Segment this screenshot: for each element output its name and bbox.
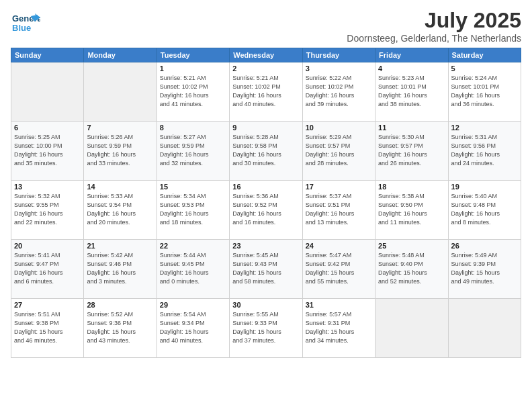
day-info: Sunrise: 5:25 AM Sunset: 10:00 PM Daylig… bbox=[14, 133, 81, 168]
header-wednesday: Wednesday bbox=[230, 48, 302, 62]
table-row: 17Sunrise: 5:37 AM Sunset: 9:51 PM Dayli… bbox=[302, 181, 375, 240]
day-number: 23 bbox=[232, 242, 299, 250]
day-number: 10 bbox=[306, 124, 372, 132]
table-row: 26Sunrise: 5:49 AM Sunset: 9:39 PM Dayli… bbox=[448, 240, 521, 299]
day-number: 14 bbox=[87, 183, 153, 191]
day-info: Sunrise: 5:24 AM Sunset: 10:01 PM Daylig… bbox=[451, 74, 518, 109]
day-number: 25 bbox=[378, 242, 445, 250]
table-row: 1Sunrise: 5:21 AM Sunset: 10:02 PM Dayli… bbox=[157, 62, 229, 122]
table-row: 27Sunrise: 5:51 AM Sunset: 9:38 PM Dayli… bbox=[11, 299, 84, 358]
day-number: 9 bbox=[232, 124, 299, 132]
table-row: 21Sunrise: 5:42 AM Sunset: 9:46 PM Dayli… bbox=[84, 240, 157, 299]
day-number: 21 bbox=[87, 242, 153, 250]
table-row: 25Sunrise: 5:48 AM Sunset: 9:40 PM Dayli… bbox=[375, 240, 448, 299]
table-row: 14Sunrise: 5:33 AM Sunset: 9:54 PM Dayli… bbox=[84, 181, 157, 240]
weekday-header-row: Sunday Monday Tuesday Wednesday Thursday… bbox=[11, 48, 521, 62]
calendar-page: General Blue July 2025 Doornsteeg, Gelde… bbox=[0, 0, 532, 411]
day-info: Sunrise: 5:34 AM Sunset: 9:53 PM Dayligh… bbox=[160, 192, 226, 227]
day-number: 8 bbox=[160, 124, 226, 132]
day-info: Sunrise: 5:57 AM Sunset: 9:31 PM Dayligh… bbox=[306, 310, 372, 345]
day-number: 16 bbox=[232, 183, 299, 191]
calendar-week-row: 6Sunrise: 5:25 AM Sunset: 10:00 PM Dayli… bbox=[11, 122, 521, 181]
table-row: 4Sunrise: 5:23 AM Sunset: 10:01 PM Dayli… bbox=[375, 62, 448, 122]
header-friday: Friday bbox=[375, 48, 448, 62]
day-info: Sunrise: 5:28 AM Sunset: 9:58 PM Dayligh… bbox=[232, 133, 299, 168]
day-number: 18 bbox=[378, 183, 445, 191]
month-year-title: July 2025 bbox=[347, 8, 521, 33]
day-info: Sunrise: 5:44 AM Sunset: 9:45 PM Dayligh… bbox=[160, 251, 226, 286]
day-number: 30 bbox=[232, 301, 299, 309]
table-row: 15Sunrise: 5:34 AM Sunset: 9:53 PM Dayli… bbox=[157, 181, 229, 240]
day-info: Sunrise: 5:32 AM Sunset: 9:55 PM Dayligh… bbox=[14, 192, 81, 227]
svg-text:Blue: Blue bbox=[12, 23, 31, 33]
day-number: 24 bbox=[306, 242, 372, 250]
table-row: 18Sunrise: 5:38 AM Sunset: 9:50 PM Dayli… bbox=[375, 181, 448, 240]
day-number: 7 bbox=[87, 124, 153, 132]
day-info: Sunrise: 5:36 AM Sunset: 9:52 PM Dayligh… bbox=[232, 192, 299, 227]
day-info: Sunrise: 5:37 AM Sunset: 9:51 PM Dayligh… bbox=[306, 192, 372, 227]
table-row: 29Sunrise: 5:54 AM Sunset: 9:34 PM Dayli… bbox=[157, 299, 229, 358]
day-info: Sunrise: 5:38 AM Sunset: 9:50 PM Dayligh… bbox=[378, 192, 445, 227]
table-row bbox=[448, 299, 521, 358]
table-row: 31Sunrise: 5:57 AM Sunset: 9:31 PM Dayli… bbox=[302, 299, 375, 358]
day-info: Sunrise: 5:21 AM Sunset: 10:02 PM Daylig… bbox=[232, 74, 299, 109]
day-number: 11 bbox=[378, 124, 445, 132]
header-monday: Monday bbox=[84, 48, 157, 62]
day-info: Sunrise: 5:49 AM Sunset: 9:39 PM Dayligh… bbox=[451, 251, 518, 286]
calendar-week-row: 27Sunrise: 5:51 AM Sunset: 9:38 PM Dayli… bbox=[11, 299, 521, 358]
header-sunday: Sunday bbox=[11, 48, 84, 62]
day-number: 20 bbox=[14, 242, 81, 250]
day-number: 28 bbox=[87, 301, 153, 309]
table-row: 11Sunrise: 5:30 AM Sunset: 9:57 PM Dayli… bbox=[375, 122, 448, 181]
table-row bbox=[375, 299, 448, 358]
calendar-week-row: 13Sunrise: 5:32 AM Sunset: 9:55 PM Dayli… bbox=[11, 181, 521, 240]
calendar-table: Sunday Monday Tuesday Wednesday Thursday… bbox=[11, 48, 521, 358]
logo: General Blue bbox=[11, 8, 40, 38]
calendar-week-row: 20Sunrise: 5:41 AM Sunset: 9:47 PM Dayli… bbox=[11, 240, 521, 299]
day-number: 17 bbox=[306, 183, 372, 191]
table-row: 19Sunrise: 5:40 AM Sunset: 9:48 PM Dayli… bbox=[448, 181, 521, 240]
table-row: 9Sunrise: 5:28 AM Sunset: 9:58 PM Daylig… bbox=[230, 122, 302, 181]
day-info: Sunrise: 5:51 AM Sunset: 9:38 PM Dayligh… bbox=[14, 310, 81, 345]
day-number: 31 bbox=[306, 301, 372, 309]
header-thursday: Thursday bbox=[302, 48, 375, 62]
table-row bbox=[84, 62, 157, 122]
day-number: 15 bbox=[160, 183, 226, 191]
table-row: 7Sunrise: 5:26 AM Sunset: 9:59 PM Daylig… bbox=[84, 122, 157, 181]
day-number: 27 bbox=[14, 301, 81, 309]
table-row: 10Sunrise: 5:29 AM Sunset: 9:57 PM Dayli… bbox=[302, 122, 375, 181]
table-row: 16Sunrise: 5:36 AM Sunset: 9:52 PM Dayli… bbox=[230, 181, 302, 240]
calendar-week-row: 1Sunrise: 5:21 AM Sunset: 10:02 PM Dayli… bbox=[11, 62, 521, 122]
day-number: 6 bbox=[14, 124, 81, 132]
table-row: 30Sunrise: 5:55 AM Sunset: 9:33 PM Dayli… bbox=[230, 299, 302, 358]
day-info: Sunrise: 5:47 AM Sunset: 9:42 PM Dayligh… bbox=[306, 251, 372, 286]
day-number: 3 bbox=[306, 64, 372, 73]
day-number: 29 bbox=[160, 301, 226, 309]
day-number: 19 bbox=[451, 183, 518, 191]
day-number: 2 bbox=[232, 64, 299, 73]
table-row: 3Sunrise: 5:22 AM Sunset: 10:02 PM Dayli… bbox=[302, 62, 375, 122]
table-row: 24Sunrise: 5:47 AM Sunset: 9:42 PM Dayli… bbox=[302, 240, 375, 299]
table-row: 13Sunrise: 5:32 AM Sunset: 9:55 PM Dayli… bbox=[11, 181, 84, 240]
day-info: Sunrise: 5:54 AM Sunset: 9:34 PM Dayligh… bbox=[160, 310, 226, 345]
day-info: Sunrise: 5:55 AM Sunset: 9:33 PM Dayligh… bbox=[232, 310, 299, 345]
day-info: Sunrise: 5:30 AM Sunset: 9:57 PM Dayligh… bbox=[378, 133, 445, 168]
day-info: Sunrise: 5:33 AM Sunset: 9:54 PM Dayligh… bbox=[87, 192, 153, 227]
table-row: 23Sunrise: 5:45 AM Sunset: 9:43 PM Dayli… bbox=[230, 240, 302, 299]
day-info: Sunrise: 5:31 AM Sunset: 9:56 PM Dayligh… bbox=[451, 133, 518, 168]
header-saturday: Saturday bbox=[448, 48, 521, 62]
table-row: 22Sunrise: 5:44 AM Sunset: 9:45 PM Dayli… bbox=[157, 240, 229, 299]
table-row: 8Sunrise: 5:27 AM Sunset: 9:59 PM Daylig… bbox=[157, 122, 229, 181]
day-info: Sunrise: 5:52 AM Sunset: 9:36 PM Dayligh… bbox=[87, 310, 153, 345]
day-info: Sunrise: 5:40 AM Sunset: 9:48 PM Dayligh… bbox=[451, 192, 518, 227]
table-row: 28Sunrise: 5:52 AM Sunset: 9:36 PM Dayli… bbox=[84, 299, 157, 358]
day-info: Sunrise: 5:45 AM Sunset: 9:43 PM Dayligh… bbox=[232, 251, 299, 286]
table-row bbox=[11, 62, 84, 122]
day-info: Sunrise: 5:26 AM Sunset: 9:59 PM Dayligh… bbox=[87, 133, 153, 168]
location-subtitle: Doornsteeg, Gelderland, The Netherlands bbox=[347, 33, 521, 44]
day-number: 26 bbox=[451, 242, 518, 250]
day-info: Sunrise: 5:29 AM Sunset: 9:57 PM Dayligh… bbox=[306, 133, 372, 168]
day-number: 1 bbox=[160, 64, 226, 73]
table-row: 6Sunrise: 5:25 AM Sunset: 10:00 PM Dayli… bbox=[11, 122, 84, 181]
table-row: 20Sunrise: 5:41 AM Sunset: 9:47 PM Dayli… bbox=[11, 240, 84, 299]
